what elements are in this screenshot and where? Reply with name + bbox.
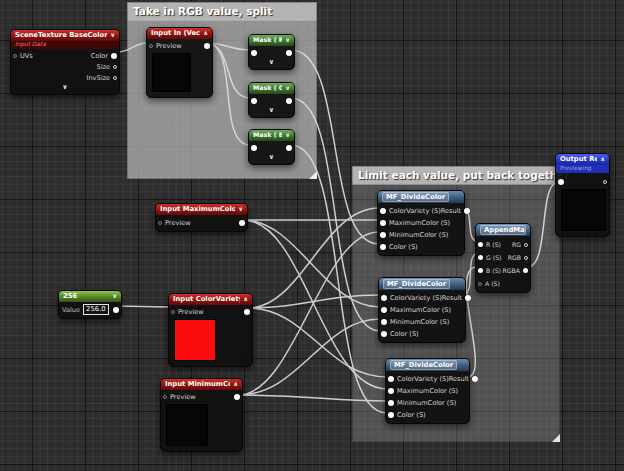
maximumcolor-input-pin[interactable]	[381, 307, 387, 313]
chevron-up-icon[interactable]: ∧	[230, 380, 238, 389]
pin-label: RGBA	[502, 267, 520, 274]
preview-thumbnail-red	[174, 319, 216, 361]
chevron-down-icon[interactable]: ∨	[249, 154, 294, 162]
pin-label: Color	[91, 52, 108, 60]
chevron-up-icon[interactable]: ∧	[597, 155, 605, 164]
preview-label: Preview	[156, 42, 182, 50]
chevron-down-icon[interactable]: ∨	[109, 292, 117, 301]
node-input-minimumcolor[interactable]: Input MinimumColor (Scalar) ∧ Preview	[160, 378, 243, 452]
chevron-down-icon[interactable]: ∨	[282, 84, 290, 93]
mask-output-pin[interactable]	[286, 145, 292, 151]
node-appendmany[interactable]: AppendMany R (S) RG G (S) RGB B (S)	[475, 223, 531, 293]
node-mf-dividecolor-2[interactable]: MF_DivideColor ColorVariety (S) Result M…	[378, 277, 466, 343]
node-title: Output Result	[560, 155, 597, 164]
pin-label: MinimumColor (S)	[397, 399, 456, 407]
in-output-pin[interactable]	[204, 43, 210, 49]
preview-thumbnail	[166, 404, 208, 446]
node-input-maximumcolor[interactable]: Input MaximumColor (Scalar) ∨ Preview	[155, 203, 248, 232]
rg-output-pin[interactable]	[524, 243, 528, 247]
rgba-output-pin[interactable]	[523, 268, 528, 273]
preview-label: Preview	[165, 219, 191, 227]
node-title: MF_DivideColor	[383, 279, 450, 289]
node-title: MF_DivideColor	[390, 360, 457, 370]
pin-label: Size	[96, 63, 110, 71]
mask-output-pin[interactable]	[286, 98, 292, 104]
chevron-down-icon[interactable]: ∨	[249, 107, 294, 115]
colorvariety-output-pin[interactable]	[244, 309, 250, 315]
node-scene-texture[interactable]: SceneTexture BaseColor (for lighting) ∨ …	[10, 29, 120, 95]
node-mask-b[interactable]: Mask ( B ) ∨ ∨	[248, 129, 295, 165]
pin-label: MinimumColor (S)	[389, 231, 448, 239]
pin-label: RG	[512, 241, 521, 248]
r-input-pin[interactable]	[478, 242, 483, 247]
preview-radio[interactable]	[158, 221, 162, 225]
chevron-down-icon[interactable]: ∨	[235, 205, 243, 214]
chevron-down-icon[interactable]: ∨	[282, 131, 290, 140]
mask-input-pin[interactable]	[251, 50, 257, 56]
minimumcolor-input-pin[interactable]	[380, 232, 386, 238]
preview-radio[interactable]	[171, 310, 175, 314]
maximumcolor-input-pin[interactable]	[388, 388, 394, 394]
size-output-pin[interactable]	[113, 65, 117, 69]
chevron-down-icon[interactable]: ∨	[249, 59, 294, 67]
preview-radio[interactable]	[163, 395, 167, 399]
node-input-in[interactable]: Input In (Vector3) ∧ Preview	[146, 27, 213, 98]
colorvariety-input-pin[interactable]	[380, 208, 386, 214]
node-mf-dividecolor-3[interactable]: MF_DivideColor ColorVariety (S) Result M…	[385, 358, 470, 424]
minimumcolor-output-pin[interactable]	[234, 394, 240, 400]
chevron-up-icon[interactable]: ∧	[200, 29, 208, 38]
color-input-pin[interactable]	[381, 331, 387, 337]
color-input-pin[interactable]	[380, 244, 386, 250]
g-input-pin[interactable]	[478, 255, 483, 260]
a-input-pin[interactable]	[478, 282, 482, 286]
mask-output-pin[interactable]	[286, 50, 292, 56]
pin-label: A (S)	[485, 280, 500, 287]
value-field[interactable]: 256.0	[83, 304, 108, 315]
invsize-output-pin[interactable]	[113, 76, 117, 80]
preview-label: Preview	[178, 308, 204, 316]
maximumcolor-input-pin[interactable]	[380, 220, 386, 226]
node-title: AppendMany	[480, 225, 526, 235]
pin-label: Color (S)	[390, 330, 419, 338]
color-input-pin[interactable]	[388, 412, 394, 418]
result-input-pin[interactable]	[558, 179, 564, 185]
value-label: Value	[62, 306, 80, 314]
pin-label: MaximumColor (S)	[389, 219, 450, 227]
pin-label: ColorVariety (S)	[397, 375, 449, 383]
preview-thumbnail	[561, 189, 606, 231]
node-subtitle: Input Data	[11, 41, 119, 49]
pin-label: G (S)	[486, 254, 502, 261]
wire-256-to-variety	[117, 306, 171, 307]
colorvariety-input-pin[interactable]	[388, 376, 394, 382]
node-mask-g[interactable]: Mask ( G ) ∨ ∨	[248, 82, 295, 118]
pin-label: MinimumColor (S)	[390, 318, 449, 326]
constant-output-pin[interactable]	[113, 307, 119, 313]
chevron-up-icon[interactable]: ∧	[240, 295, 248, 304]
color-output-pin[interactable]	[111, 53, 117, 59]
chevron-down-icon[interactable]: ∨	[282, 36, 290, 45]
node-mf-dividecolor-1[interactable]: MF_DivideColor ColorVariety (S) Result M…	[377, 190, 465, 256]
colorvariety-input-pin[interactable]	[381, 295, 387, 301]
rgb-output-pin[interactable]	[524, 256, 528, 260]
minimumcolor-input-pin[interactable]	[388, 400, 394, 406]
maximumcolor-output-pin[interactable]	[239, 220, 245, 226]
node-output-result[interactable]: Output Result ∧ Previewing	[555, 153, 610, 237]
material-graph-canvas[interactable]: Take in RGB value, split Limit each valu…	[0, 0, 624, 471]
uvs-input-pin[interactable]	[13, 54, 17, 58]
node-input-colorvariety[interactable]: Input ColorVariety (Scalar) ∧ Preview	[168, 293, 253, 367]
node-subtitle: Previewing	[556, 165, 609, 173]
result-output-pin[interactable]	[603, 180, 607, 184]
pin-label: MaximumColor (S)	[390, 306, 451, 314]
wire-append-to-output	[528, 183, 557, 267]
chevron-down-icon[interactable]: ∨	[107, 31, 115, 40]
preview-radio[interactable]	[149, 44, 153, 48]
mask-input-pin[interactable]	[251, 98, 257, 104]
pin-label: Color (S)	[397, 411, 426, 419]
b-input-pin[interactable]	[478, 268, 483, 273]
node-mask-r[interactable]: Mask ( R ) ∨ ∨	[248, 34, 295, 70]
chevron-down-icon[interactable]: ∨	[11, 84, 119, 92]
mask-input-pin[interactable]	[251, 145, 257, 151]
node-constant-256[interactable]: 256 ∨ Value 256.0	[58, 290, 122, 319]
wire-color-to-in	[117, 43, 148, 52]
minimumcolor-input-pin[interactable]	[381, 319, 387, 325]
